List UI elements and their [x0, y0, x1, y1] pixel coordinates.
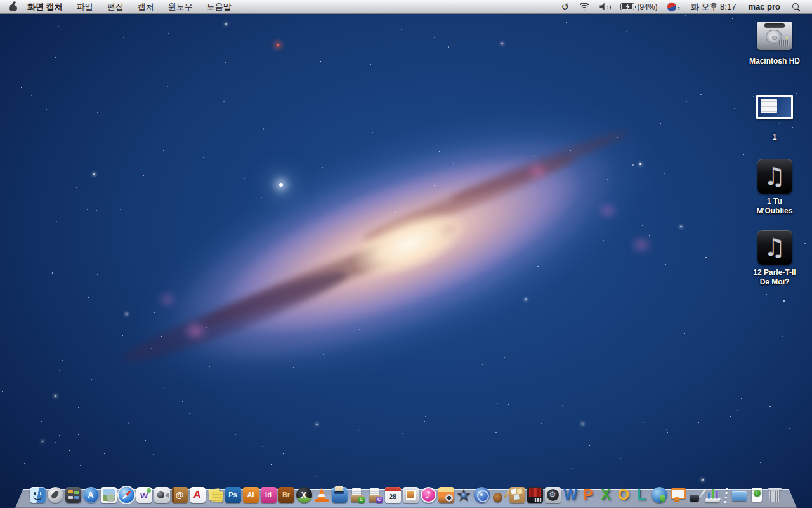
dock-separator: [722, 484, 730, 503]
dock-ms-excel[interactable]: X: [598, 486, 614, 503]
dock: A w @ A Ps Ai Id Br X C C 28 ♪ ★: [0, 475, 812, 508]
apple-menu-icon[interactable]: [9, 2, 17, 11]
safari-compass-icon: [119, 487, 134, 503]
download-document-icon: ↓: [749, 487, 765, 503]
paper-crate-icon: C: [367, 487, 383, 503]
dock-safari[interactable]: [118, 486, 134, 503]
trash-basket-icon: [767, 487, 783, 503]
adobe-reader-icon: A: [190, 487, 206, 503]
input-source-menu[interactable]: 2: [662, 0, 684, 13]
dock-indesign[interactable]: Id: [260, 486, 277, 503]
dock-trash[interactable]: [766, 486, 783, 503]
desktop-icon-label: 1: [773, 133, 777, 142]
dock-corkboard-app[interactable]: [509, 486, 525, 503]
dock-mission-control[interactable]: [65, 486, 81, 503]
dock-keynote[interactable]: [669, 486, 685, 503]
dock-finder[interactable]: [29, 486, 46, 503]
dock-ical[interactable]: 28: [384, 486, 401, 503]
menu-window[interactable]: 윈도우: [161, 0, 200, 13]
spotlight-search-icon: [792, 3, 801, 11]
dock-stickies[interactable]: [207, 486, 223, 503]
desktop-icon-audio-file-1[interactable]: ♫ 1 TuM'Oublies: [740, 159, 809, 216]
menu-capture[interactable]: 캡처: [131, 0, 161, 13]
volume-icon: [599, 3, 610, 11]
dock-launchpad[interactable]: [47, 486, 63, 503]
dock-stack-downloads[interactable]: ↓: [749, 486, 765, 503]
dock-bridge[interactable]: Br: [278, 486, 294, 503]
battery-percentage: (94%): [637, 3, 657, 11]
dock-converter-crate-2[interactable]: C: [367, 486, 383, 503]
dock-photoshop[interactable]: Ps: [225, 486, 241, 503]
dock-address-book[interactable]: @: [171, 486, 188, 503]
dock-preview[interactable]: [100, 486, 117, 503]
hard-drive-icon: [756, 18, 794, 53]
dock-facetime[interactable]: [154, 486, 170, 503]
address-book-icon: @: [172, 487, 188, 503]
dock-ms-lync[interactable]: L: [633, 486, 650, 503]
dock-illustrator[interactable]: Ai: [242, 486, 259, 503]
dock-numbers[interactable]: [704, 486, 721, 503]
dock-toast[interactable]: [331, 486, 348, 503]
vignette: [0, 0, 812, 508]
dock-stack-documents-folder[interactable]: [731, 486, 747, 503]
dock-ms-word[interactable]: W: [562, 486, 579, 503]
dock-wedisk[interactable]: w: [136, 486, 152, 503]
blue-folder-icon: [731, 487, 747, 503]
illustrator-icon: Ai: [243, 487, 259, 503]
dock-vlc[interactable]: [313, 486, 330, 503]
menu-bar: 화면 캡처 파일 편집 캡처 윈도우 도움말 ↺ (94%) 2 화 오후 8:…: [0, 0, 812, 14]
desktop-icon-macintosh-hd[interactable]: Macintosh HD: [740, 18, 809, 66]
garageband-guitar-icon: [492, 487, 508, 503]
desktop-icon-screenshot-1[interactable]: 1: [740, 95, 809, 142]
dock-messenger[interactable]: [651, 486, 667, 503]
volume-menu[interactable]: [594, 0, 615, 13]
dock-ms-powerpoint[interactable]: P: [580, 486, 596, 503]
idvd-disc-icon: [474, 487, 490, 503]
battery-menu[interactable]: (94%): [615, 0, 662, 13]
battery-icon: [620, 3, 634, 10]
dock-adobe-reader[interactable]: A: [189, 486, 206, 503]
time-machine-menu[interactable]: ↺: [556, 0, 575, 13]
dock-x-image-app[interactable]: X: [296, 486, 312, 503]
dock-movie-theater-app[interactable]: [527, 486, 543, 503]
dock-itunes[interactable]: ♪: [420, 486, 436, 503]
music-note-icon: ♫: [757, 230, 792, 265]
photoshop-icon: Ps: [225, 487, 241, 503]
dock-gears-utility-app[interactable]: ⚙: [544, 486, 561, 503]
menu-app-name[interactable]: 화면 캡처: [17, 1, 70, 13]
clock-menu[interactable]: 화 오후 8:17: [685, 0, 742, 13]
pages-inkwell-icon: [687, 487, 703, 503]
dock-iphoto[interactable]: [438, 486, 454, 503]
dock-ms-outlook[interactable]: O: [615, 486, 632, 503]
spotlight-menu[interactable]: [787, 0, 806, 13]
paper-crate-icon: C: [350, 487, 365, 503]
stickies-notes-icon: [207, 487, 223, 503]
menu-file[interactable]: 파일: [70, 0, 100, 13]
fast-user-switching-menu[interactable]: mac pro: [742, 0, 787, 13]
x-landscape-icon: X: [296, 487, 312, 503]
desktop-icon-label: 1 TuM'Oublies: [757, 197, 793, 216]
desktop-screen: 화면 캡처 파일 편집 캡처 윈도우 도움말 ↺ (94%) 2 화 오후 8:…: [0, 0, 812, 508]
korean-flag-icon: [667, 1, 678, 12]
messenger-globe-icon: [652, 487, 667, 503]
mission-control-icon: [65, 487, 81, 503]
menu-help[interactable]: 도움말: [200, 0, 239, 13]
outlook-o-icon: O: [616, 487, 632, 503]
photo-booth-icon: [403, 487, 419, 503]
corkboard-collage-icon: [509, 487, 525, 503]
dock-converter-crate-1[interactable]: C: [349, 486, 365, 503]
screenshot-thumbnail-icon: [756, 95, 793, 119]
imovie-star-icon: ★: [456, 487, 472, 503]
menu-edit[interactable]: 편집: [100, 0, 131, 13]
powerpoint-p-icon: P: [580, 487, 596, 503]
dock-imovie[interactable]: ★: [455, 486, 472, 503]
desktop-icon-audio-file-2[interactable]: ♫ 12 Parle-T-IlDe Moi?: [740, 230, 809, 287]
dock-app-store[interactable]: A: [82, 486, 99, 503]
iphoto-sunset-lens-icon: [438, 487, 454, 503]
dock-pages[interactable]: [686, 486, 703, 503]
dock-idvd[interactable]: [473, 486, 490, 503]
wifi-menu[interactable]: [574, 0, 594, 13]
gear-machine-icon: ⚙: [545, 487, 561, 503]
dock-photo-booth[interactable]: [402, 486, 419, 503]
dock-garageband[interactable]: [491, 486, 508, 503]
